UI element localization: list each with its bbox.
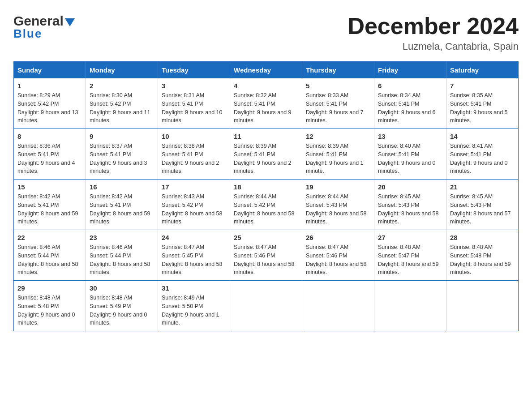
day-number: 21 xyxy=(450,183,515,191)
table-row: 25 Sunrise: 8:47 AM Sunset: 5:46 PM Dayl… xyxy=(230,230,302,281)
table-row: 19 Sunrise: 8:44 AM Sunset: 5:43 PM Dayl… xyxy=(302,180,374,230)
logo-name: General xyxy=(13,13,75,28)
logo-text-general: General xyxy=(13,13,64,28)
day-info: Sunrise: 8:38 AM Sunset: 5:41 PM Dayligh… xyxy=(162,142,226,176)
calendar-week-row: 8 Sunrise: 8:36 AM Sunset: 5:41 PM Dayli… xyxy=(14,129,519,180)
day-info: Sunrise: 8:45 AM Sunset: 5:43 PM Dayligh… xyxy=(450,193,515,226)
table-row: 1 Sunrise: 8:29 AM Sunset: 5:42 PM Dayli… xyxy=(14,78,86,129)
table-row xyxy=(230,281,302,331)
table-row: 12 Sunrise: 8:39 AM Sunset: 5:41 PM Dayl… xyxy=(302,129,374,180)
day-number: 15 xyxy=(17,183,82,191)
day-info: Sunrise: 8:47 AM Sunset: 5:46 PM Dayligh… xyxy=(234,243,298,277)
day-number: 9 xyxy=(90,133,154,140)
col-header-friday: Friday xyxy=(374,62,446,79)
svg-marker-0 xyxy=(65,18,75,26)
day-info: Sunrise: 8:44 AM Sunset: 5:42 PM Dayligh… xyxy=(234,193,298,226)
day-number: 5 xyxy=(306,82,370,90)
table-row: 23 Sunrise: 8:46 AM Sunset: 5:44 PM Dayl… xyxy=(86,230,158,281)
calendar-week-row: 29 Sunrise: 8:48 AM Sunset: 5:48 PM Dayl… xyxy=(14,281,519,331)
table-row: 2 Sunrise: 8:30 AM Sunset: 5:42 PM Dayli… xyxy=(86,78,158,129)
calendar-week-row: 1 Sunrise: 8:29 AM Sunset: 5:42 PM Dayli… xyxy=(14,78,519,129)
page-header: General Blue December 2024 Luzmela, Cant… xyxy=(13,13,519,52)
day-info: Sunrise: 8:45 AM Sunset: 5:43 PM Dayligh… xyxy=(378,193,442,226)
table-row: 29 Sunrise: 8:48 AM Sunset: 5:48 PM Dayl… xyxy=(14,281,86,331)
col-header-tuesday: Tuesday xyxy=(158,62,230,79)
day-number: 28 xyxy=(450,234,515,241)
day-info: Sunrise: 8:41 AM Sunset: 5:41 PM Dayligh… xyxy=(450,142,515,176)
table-row: 4 Sunrise: 8:32 AM Sunset: 5:41 PM Dayli… xyxy=(230,78,302,129)
day-number: 22 xyxy=(17,234,82,241)
day-info: Sunrise: 8:43 AM Sunset: 5:42 PM Dayligh… xyxy=(162,193,226,226)
day-number: 1 xyxy=(17,82,82,90)
day-number: 11 xyxy=(234,133,298,140)
day-info: Sunrise: 8:48 AM Sunset: 5:48 PM Dayligh… xyxy=(17,294,82,327)
day-info: Sunrise: 8:29 AM Sunset: 5:42 PM Dayligh… xyxy=(17,91,82,125)
table-row: 14 Sunrise: 8:41 AM Sunset: 5:41 PM Dayl… xyxy=(446,129,519,180)
table-row: 3 Sunrise: 8:31 AM Sunset: 5:41 PM Dayli… xyxy=(158,78,230,129)
title-block: December 2024 Luzmela, Cantabria, Spain xyxy=(348,13,519,52)
table-row: 6 Sunrise: 8:34 AM Sunset: 5:41 PM Dayli… xyxy=(374,78,446,129)
day-info: Sunrise: 8:47 AM Sunset: 5:45 PM Dayligh… xyxy=(162,243,226,277)
col-header-saturday: Saturday xyxy=(446,62,519,79)
table-row: 7 Sunrise: 8:35 AM Sunset: 5:41 PM Dayli… xyxy=(446,78,519,129)
table-row: 27 Sunrise: 8:48 AM Sunset: 5:47 PM Dayl… xyxy=(374,230,446,281)
table-row: 18 Sunrise: 8:44 AM Sunset: 5:42 PM Dayl… xyxy=(230,180,302,230)
table-row: 31 Sunrise: 8:49 AM Sunset: 5:50 PM Dayl… xyxy=(158,281,230,331)
day-number: 16 xyxy=(90,183,154,191)
table-row: 30 Sunrise: 8:48 AM Sunset: 5:49 PM Dayl… xyxy=(86,281,158,331)
logo-text-blue: Blue xyxy=(13,27,75,40)
day-info: Sunrise: 8:40 AM Sunset: 5:41 PM Dayligh… xyxy=(378,142,442,176)
day-number: 3 xyxy=(162,82,226,90)
table-row: 26 Sunrise: 8:47 AM Sunset: 5:46 PM Dayl… xyxy=(302,230,374,281)
calendar-title: December 2024 xyxy=(348,13,519,39)
table-row: 5 Sunrise: 8:33 AM Sunset: 5:41 PM Dayli… xyxy=(302,78,374,129)
day-info: Sunrise: 8:48 AM Sunset: 5:48 PM Dayligh… xyxy=(450,243,515,277)
day-info: Sunrise: 8:36 AM Sunset: 5:41 PM Dayligh… xyxy=(17,142,82,176)
calendar-location: Luzmela, Cantabria, Spain xyxy=(348,41,519,52)
col-header-sunday: Sunday xyxy=(14,62,86,79)
day-number: 26 xyxy=(306,234,370,241)
day-number: 30 xyxy=(90,284,154,292)
table-row: 16 Sunrise: 8:42 AM Sunset: 5:41 PM Dayl… xyxy=(86,180,158,230)
logo: General Blue xyxy=(13,13,75,40)
day-info: Sunrise: 8:48 AM Sunset: 5:47 PM Dayligh… xyxy=(378,243,442,277)
day-number: 31 xyxy=(162,284,226,292)
day-info: Sunrise: 8:34 AM Sunset: 5:41 PM Dayligh… xyxy=(378,91,442,125)
day-number: 12 xyxy=(306,133,370,140)
day-info: Sunrise: 8:44 AM Sunset: 5:43 PM Dayligh… xyxy=(306,193,370,226)
calendar-week-row: 22 Sunrise: 8:46 AM Sunset: 5:44 PM Dayl… xyxy=(14,230,519,281)
day-info: Sunrise: 8:39 AM Sunset: 5:41 PM Dayligh… xyxy=(306,142,370,176)
day-info: Sunrise: 8:47 AM Sunset: 5:46 PM Dayligh… xyxy=(306,243,370,277)
table-row: 8 Sunrise: 8:36 AM Sunset: 5:41 PM Dayli… xyxy=(14,129,86,180)
day-number: 24 xyxy=(162,234,226,241)
col-header-wednesday: Wednesday xyxy=(230,62,302,79)
day-number: 29 xyxy=(17,284,82,292)
col-header-monday: Monday xyxy=(86,62,158,79)
calendar-week-row: 15 Sunrise: 8:42 AM Sunset: 5:41 PM Dayl… xyxy=(14,180,519,230)
day-info: Sunrise: 8:35 AM Sunset: 5:41 PM Dayligh… xyxy=(450,91,515,125)
day-number: 27 xyxy=(378,234,442,241)
col-header-thursday: Thursday xyxy=(302,62,374,79)
day-number: 20 xyxy=(378,183,442,191)
day-info: Sunrise: 8:42 AM Sunset: 5:41 PM Dayligh… xyxy=(17,193,82,226)
table-row: 28 Sunrise: 8:48 AM Sunset: 5:48 PM Dayl… xyxy=(446,230,519,281)
day-info: Sunrise: 8:33 AM Sunset: 5:41 PM Dayligh… xyxy=(306,91,370,125)
day-number: 25 xyxy=(234,234,298,241)
day-info: Sunrise: 8:30 AM Sunset: 5:42 PM Dayligh… xyxy=(90,91,154,125)
table-row xyxy=(374,281,446,331)
day-info: Sunrise: 8:39 AM Sunset: 5:41 PM Dayligh… xyxy=(234,142,298,176)
table-row: 17 Sunrise: 8:43 AM Sunset: 5:42 PM Dayl… xyxy=(158,180,230,230)
day-info: Sunrise: 8:31 AM Sunset: 5:41 PM Dayligh… xyxy=(162,91,226,125)
table-row: 15 Sunrise: 8:42 AM Sunset: 5:41 PM Dayl… xyxy=(14,180,86,230)
table-row: 22 Sunrise: 8:46 AM Sunset: 5:44 PM Dayl… xyxy=(14,230,86,281)
day-number: 23 xyxy=(90,234,154,241)
day-number: 8 xyxy=(17,133,82,140)
day-info: Sunrise: 8:32 AM Sunset: 5:41 PM Dayligh… xyxy=(234,91,298,125)
day-number: 19 xyxy=(306,183,370,191)
day-number: 14 xyxy=(450,133,515,140)
day-info: Sunrise: 8:46 AM Sunset: 5:44 PM Dayligh… xyxy=(17,243,82,277)
day-number: 2 xyxy=(90,82,154,90)
calendar-header-row: Sunday Monday Tuesday Wednesday Thursday… xyxy=(14,62,519,79)
table-row: 9 Sunrise: 8:37 AM Sunset: 5:41 PM Dayli… xyxy=(86,129,158,180)
table-row: 21 Sunrise: 8:45 AM Sunset: 5:43 PM Dayl… xyxy=(446,180,519,230)
